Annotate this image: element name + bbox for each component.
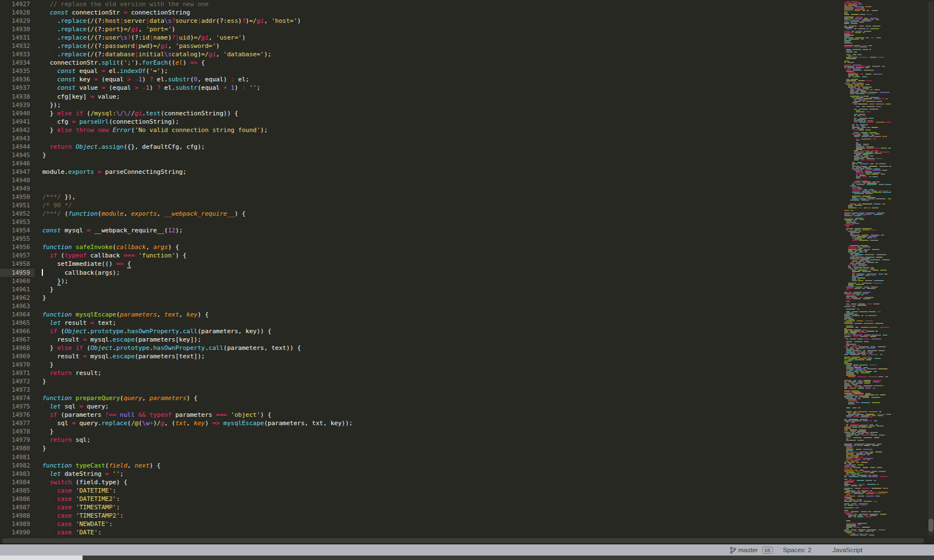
line-number[interactable]: 14982 bbox=[0, 461, 35, 470]
line-number[interactable]: 14983 bbox=[0, 470, 35, 478]
line-number[interactable]: 14986 bbox=[0, 495, 35, 503]
code-line[interactable]: 14961 } bbox=[0, 285, 934, 294]
code-line[interactable]: 14945} bbox=[0, 151, 934, 159]
line-number[interactable]: 14976 bbox=[0, 411, 35, 419]
code-line[interactable]: 14957 if (typeof callback === 'function'… bbox=[0, 251, 934, 260]
code-line[interactable]: 14952/***/ (function(module, exports, __… bbox=[0, 210, 934, 218]
code-line[interactable]: 14958 setImmediate(() => { bbox=[0, 260, 934, 268]
code-line[interactable]: 14964function mysqlEscape(parameters, te… bbox=[0, 310, 934, 319]
code-line[interactable]: 14940 } else if (/mysql:\/\//gi.test(con… bbox=[0, 109, 934, 118]
code-line[interactable]: 14967 result = mysql.escape(parameters[k… bbox=[0, 335, 934, 344]
line-number[interactable]: 14936 bbox=[0, 75, 35, 84]
code-line[interactable]: 14990 case 'DATE': bbox=[0, 528, 934, 537]
code-line[interactable]: 14944 return Object.assign({}, defaultCf… bbox=[0, 143, 934, 151]
line-number[interactable]: 14972 bbox=[0, 377, 35, 386]
git-branch-status[interactable]: master 65 bbox=[730, 544, 773, 556]
code-line[interactable]: 14950/***/ }), bbox=[0, 193, 934, 201]
horizontal-scrollbar-thumb[interactable] bbox=[2, 538, 924, 543]
line-number[interactable]: 14940 bbox=[0, 109, 35, 118]
vertical-scrollbar-track[interactable] bbox=[928, 1, 933, 535]
line-number[interactable]: 14962 bbox=[0, 294, 35, 302]
line-number[interactable]: 14949 bbox=[0, 184, 35, 193]
line-number[interactable]: 14950 bbox=[0, 193, 35, 201]
code-area[interactable]: 14927 // replace the old version with th… bbox=[0, 0, 934, 544]
line-number[interactable]: 14989 bbox=[0, 520, 35, 528]
line-number[interactable]: 14930 bbox=[0, 25, 35, 33]
line-number[interactable]: 14988 bbox=[0, 512, 35, 520]
code-line[interactable]: 14951/* 90 */ bbox=[0, 201, 934, 210]
code-line[interactable]: 14955 bbox=[0, 235, 934, 243]
code-line[interactable]: 14979 return sql; bbox=[0, 436, 934, 444]
code-line[interactable]: 14988 case 'TIMESTAMP2': bbox=[0, 512, 934, 520]
code-line[interactable]: 14975 let sql = query; bbox=[0, 402, 934, 411]
line-number[interactable]: 14947 bbox=[0, 168, 35, 176]
code-line[interactable]: 14973 bbox=[0, 386, 934, 394]
code-line[interactable]: 14966 if (Object.prototype.hasOwnPropert… bbox=[0, 327, 934, 335]
line-number[interactable]: 14951 bbox=[0, 201, 35, 210]
line-number[interactable]: 14990 bbox=[0, 528, 35, 537]
line-number[interactable]: 14946 bbox=[0, 159, 35, 168]
line-number[interactable]: 14979 bbox=[0, 436, 35, 444]
code-line[interactable]: 14965 let result = text; bbox=[0, 319, 934, 327]
line-number[interactable]: 14967 bbox=[0, 335, 35, 344]
line-number[interactable]: 14960 bbox=[0, 277, 35, 285]
minimap[interactable] bbox=[842, 0, 893, 537]
line-number[interactable]: 14978 bbox=[0, 427, 35, 436]
line-number[interactable]: 14966 bbox=[0, 327, 35, 335]
code-line[interactable]: 14947module.exports = parseConnectingStr… bbox=[0, 168, 934, 176]
line-number[interactable]: 14955 bbox=[0, 235, 35, 243]
line-number[interactable]: 14934 bbox=[0, 59, 35, 67]
code-line[interactable]: 14971 return result; bbox=[0, 369, 934, 377]
line-number[interactable]: 14942 bbox=[0, 126, 35, 134]
line-number[interactable]: 14957 bbox=[0, 251, 35, 260]
code-line[interactable]: 14954const mysql = __webpack_require__(1… bbox=[0, 226, 934, 235]
code-line[interactable]: 14953 bbox=[0, 218, 934, 226]
code-line[interactable]: 14982function typeCast(field, next) { bbox=[0, 461, 934, 470]
code-line[interactable]: 14980} bbox=[0, 444, 934, 452]
code-line[interactable]: 14985 case 'DATETIME': bbox=[0, 486, 934, 495]
line-number[interactable]: 14977 bbox=[0, 419, 35, 427]
code-line[interactable]: 14932 .replace(/(?:password|pwd)=/gi, 'p… bbox=[0, 42, 934, 50]
line-number[interactable]: 14971 bbox=[0, 369, 35, 377]
code-line[interactable]: 14972} bbox=[0, 377, 934, 386]
code-line[interactable]: 14956function safeInvoke(callback, args)… bbox=[0, 243, 934, 251]
code-line[interactable]: 14962} bbox=[0, 294, 934, 302]
line-number[interactable]: 14981 bbox=[0, 453, 35, 461]
line-number[interactable]: 14954 bbox=[0, 226, 35, 235]
indentation-setting[interactable]: Spaces: 2 bbox=[783, 544, 811, 556]
code-line[interactable]: 14976 if (parameters !== null && typeof … bbox=[0, 411, 934, 419]
code-line[interactable]: 14974function prepareQuery(query, parame… bbox=[0, 394, 934, 402]
line-number[interactable]: 14931 bbox=[0, 33, 35, 42]
line-number[interactable]: 14985 bbox=[0, 486, 35, 495]
line-number[interactable]: 14927 bbox=[0, 0, 35, 8]
line-number[interactable]: 14973 bbox=[0, 386, 35, 394]
code-line[interactable]: 14941 cfg = parseUrl(connectionString); bbox=[0, 118, 934, 126]
code-line[interactable]: 14959 callback(args); bbox=[0, 269, 934, 277]
code-line[interactable]: 14931 .replace(/(?:user\s?(?:id|name)?|u… bbox=[0, 33, 934, 42]
line-number[interactable]: 14959 bbox=[0, 269, 35, 277]
line-number[interactable]: 14932 bbox=[0, 42, 35, 50]
code-line[interactable]: 14935 const equal = el.indexOf('='); bbox=[0, 67, 934, 75]
code-line[interactable]: 14949 bbox=[0, 184, 934, 193]
line-number[interactable]: 14968 bbox=[0, 344, 35, 352]
code-line[interactable]: 14927 // replace the old version with th… bbox=[0, 0, 934, 8]
line-number[interactable]: 14974 bbox=[0, 394, 35, 402]
code-line[interactable]: 14929 .replace(/(?:host|server|data\s?so… bbox=[0, 17, 934, 25]
line-number[interactable]: 14964 bbox=[0, 310, 35, 319]
code-line[interactable]: 14984 switch (field.type) { bbox=[0, 478, 934, 486]
line-number[interactable]: 14963 bbox=[0, 302, 35, 310]
line-number[interactable]: 14935 bbox=[0, 67, 35, 75]
code-line[interactable]: 14928 const connectionStr = connectionSt… bbox=[0, 8, 934, 17]
line-number[interactable]: 14939 bbox=[0, 101, 35, 109]
line-number[interactable]: 14929 bbox=[0, 17, 35, 25]
line-number[interactable]: 14943 bbox=[0, 134, 35, 143]
code-line[interactable]: 14930 .replace(/(?:port)=/gi, 'port=') bbox=[0, 25, 934, 33]
line-number[interactable]: 14945 bbox=[0, 151, 35, 159]
line-number[interactable]: 14952 bbox=[0, 210, 35, 218]
line-number[interactable]: 14958 bbox=[0, 260, 35, 268]
line-number[interactable]: 14965 bbox=[0, 319, 35, 327]
line-number[interactable]: 14941 bbox=[0, 118, 35, 126]
line-number[interactable]: 14980 bbox=[0, 444, 35, 452]
code-line[interactable]: 14934 connectionStr.split(';').forEach((… bbox=[0, 59, 934, 67]
code-line[interactable]: 14946 bbox=[0, 159, 934, 168]
